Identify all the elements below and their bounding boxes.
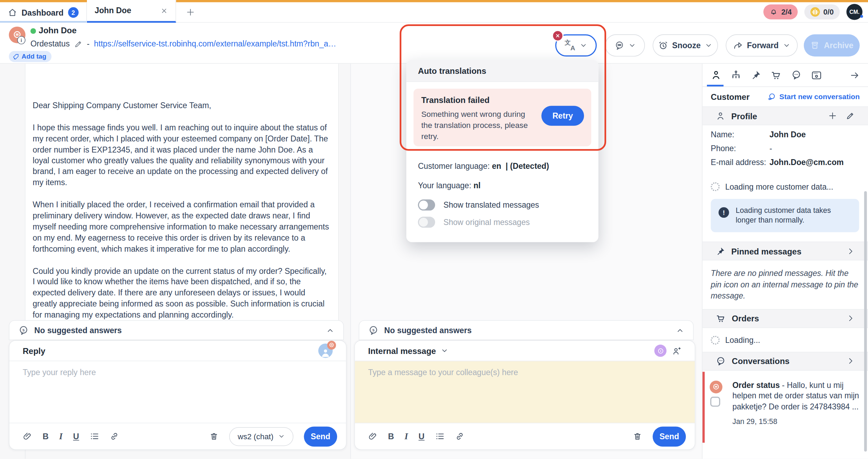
tab-customer-icon[interactable] [711, 70, 721, 80]
orders-header[interactable]: Orders [702, 309, 868, 328]
translate-icon: 文A [565, 40, 576, 51]
suggested-answers-label: No suggested answers [34, 326, 122, 335]
loading-customer-data: Loading more customer data... [702, 182, 868, 191]
tab-browser-icon[interactable] [811, 70, 822, 81]
chevron-up-icon[interactable] [676, 326, 684, 335]
trash-icon[interactable] [210, 432, 219, 441]
show-original-label: Show original messages [443, 218, 530, 227]
send-reply-button[interactable]: Send [304, 426, 337, 447]
profile-field-row: E-mail address: John.Doe@cm.com [702, 158, 868, 167]
new-tab-button[interactable] [183, 5, 198, 20]
internal-message-input[interactable]: Type a message to your colleague(s) here [355, 361, 694, 423]
sidebar-scrollbar[interactable] [864, 191, 867, 451]
translation-error-card: Translation failed Something went wrong … [414, 89, 591, 146]
chevron-right-icon [847, 314, 855, 322]
send-internal-button[interactable]: Send [653, 426, 686, 447]
bold-icon[interactable]: B [43, 432, 48, 441]
bold-icon[interactable]: B [388, 432, 394, 441]
close-tab-icon[interactable] [160, 7, 168, 14]
trash-icon[interactable] [633, 432, 642, 441]
collapse-sidebar-icon[interactable] [850, 70, 860, 80]
add-profile-field-icon[interactable] [828, 111, 837, 120]
info-icon[interactable]: i [17, 36, 26, 44]
customer-language-row: Customer language: en | (Detected) [418, 162, 549, 171]
bot-badge[interactable] [654, 345, 666, 357]
tab-organization-icon[interactable] [731, 70, 741, 80]
add-colleague-icon[interactable] [672, 346, 681, 355]
link-icon[interactable] [109, 432, 119, 441]
new-chat-icon [767, 92, 776, 101]
internal-suggested-answers-bar[interactable]: s No suggested answers [359, 320, 694, 340]
dashboard-badge: 2 [68, 7, 78, 18]
channel-chat-badge [327, 341, 336, 350]
tab-bar: Dashboard 2 John Doe 2/4 0/0 CM. [0, 0, 868, 23]
alarm-clock-icon [658, 41, 668, 51]
conversations-title: Conversations [732, 356, 790, 366]
conversation-header: i John Doe Ordestatus - https://selfserv… [0, 23, 868, 64]
tab-orders-icon[interactable] [771, 70, 782, 81]
topic-separator: - [87, 39, 90, 48]
add-tag-button[interactable]: Add tag [9, 51, 52, 62]
tab-dashboard[interactable]: Dashboard 2 [0, 2, 87, 23]
notifications-pill[interactable]: 2/4 [764, 5, 798, 19]
bot-icon [657, 347, 664, 354]
translation-error-title: Translation failed [421, 95, 583, 105]
active-tab-underline [707, 85, 724, 87]
customer-heading: Customer [711, 92, 750, 101]
bullet-list-icon[interactable] [90, 432, 99, 441]
orders-loading-label: Loading... [725, 336, 760, 345]
conversation-link[interactable]: https://selfservice-tst.robinhq.com/exte… [94, 39, 336, 48]
chat-bubble-icon [716, 356, 726, 366]
chevron-up-icon[interactable] [326, 326, 334, 335]
reply-input[interactable]: Type your reply here [9, 361, 346, 423]
chevron-down-icon [705, 42, 712, 49]
conversation-topic: Ordestatus [30, 39, 70, 48]
svg-text:s: s [372, 327, 375, 332]
tab-pinned-icon[interactable] [751, 70, 761, 80]
notifications-count: 2/4 [781, 8, 792, 16]
tab-conversation[interactable]: John Doe [87, 0, 176, 23]
reply-suggested-answers-bar[interactable]: s No suggested answers [9, 320, 344, 340]
internal-message-composer: Internal message Type a message to your … [354, 340, 695, 450]
underline-icon[interactable]: U [73, 432, 79, 441]
tab-conversation-label: John Doe [95, 6, 131, 15]
chat-avatar-icon [712, 383, 720, 390]
pinned-messages-header[interactable]: Pinned messages [702, 242, 868, 260]
attachment-icon[interactable] [368, 432, 378, 441]
forward-button[interactable]: Forward [726, 34, 798, 57]
customer-language-detected: | (Detected) [506, 162, 549, 171]
translate-button[interactable]: 文A [555, 34, 597, 57]
conversation-checkbox[interactable] [710, 397, 720, 407]
account-avatar-label: CM. [849, 9, 859, 15]
show-translated-toggle[interactable] [418, 199, 435, 210]
start-new-conversation-link[interactable]: Start new conversation [767, 92, 860, 101]
show-translated-label: Show translated messages [443, 201, 539, 210]
retry-button[interactable]: Retry [541, 106, 584, 126]
show-original-toggle[interactable] [418, 217, 435, 228]
channel-selector[interactable]: ws2 (chat) [229, 427, 293, 445]
italic-icon[interactable]: I [59, 431, 63, 441]
your-language-label: Your language: [418, 181, 471, 190]
bullet-list-icon[interactable] [435, 432, 444, 441]
person-icon [716, 111, 725, 120]
loading-notice-text: Loading customer data takes longer than … [736, 206, 852, 226]
archive-button[interactable]: Archive [804, 34, 860, 57]
italic-icon[interactable]: I [405, 431, 408, 441]
tab-conversations-icon[interactable] [791, 70, 801, 80]
underline-icon[interactable]: U [418, 432, 424, 441]
account-avatar[interactable]: CM. [847, 4, 862, 20]
edit-profile-icon[interactable] [846, 111, 855, 120]
conversation-list-item[interactable]: Order status - Hallo, kunt u mij helpen … [702, 372, 868, 426]
link-icon[interactable] [455, 432, 464, 441]
online-status-dot [30, 28, 36, 34]
translation-error-message: Something went wrong during the translat… [421, 109, 536, 142]
chevron-down-icon[interactable] [440, 347, 448, 354]
profile-section-header[interactable]: Profile [702, 106, 868, 125]
quick-replies-button[interactable] [605, 34, 645, 57]
edit-pencil-icon[interactable] [74, 40, 82, 48]
conversations-header[interactable]: Conversations [702, 352, 868, 370]
snooze-button[interactable]: Snooze [653, 34, 718, 57]
calls-pill[interactable]: 0/0 [805, 5, 840, 19]
plus-icon [186, 8, 195, 17]
attachment-icon[interactable] [23, 432, 32, 441]
